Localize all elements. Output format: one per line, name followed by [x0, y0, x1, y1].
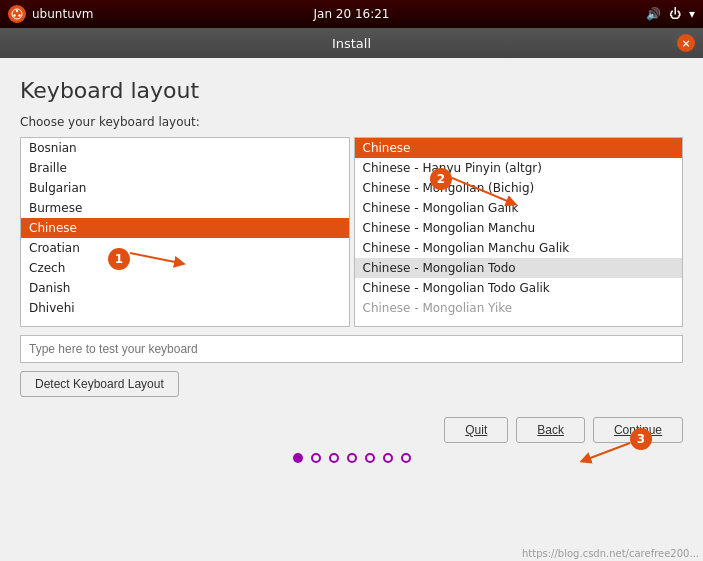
list-item-selected[interactable]: Chinese: [355, 138, 683, 158]
subtitle: Choose your keyboard layout:: [20, 115, 683, 129]
watermark: https://blog.csdn.net/carefree200...: [522, 548, 699, 559]
list-item[interactable]: Chinese - Mongolian Yike: [355, 298, 683, 318]
list-item[interactable]: Bosnian: [21, 138, 349, 158]
list-item[interactable]: Burmese: [21, 198, 349, 218]
progress-dot-2: [311, 453, 321, 463]
progress-dot-6: [383, 453, 393, 463]
keyboard-variant-list[interactable]: Chinese Chinese - Hanyu Pinyin (altgr) C…: [354, 137, 684, 327]
quit-button[interactable]: Quit: [444, 417, 508, 443]
taskbar: ubuntuvm Jan 20 16:21 🔊 ⏻ ▾: [0, 0, 703, 28]
list-item[interactable]: Chinese - Mongolian (Bichig): [355, 178, 683, 198]
keyboard-test-input[interactable]: [20, 335, 683, 363]
progress-dot-5: [365, 453, 375, 463]
list-item[interactable]: Danish: [21, 278, 349, 298]
taskbar-datetime: Jan 20 16:21: [314, 7, 390, 21]
taskbar-left: ubuntuvm: [8, 5, 94, 23]
window-content: Keyboard layout Choose your keyboard lay…: [0, 58, 703, 561]
menu-icon[interactable]: ▾: [689, 7, 695, 21]
power-icon[interactable]: ⏻: [669, 7, 681, 21]
taskbar-right: 🔊 ⏻ ▾: [646, 7, 695, 21]
svg-point-3: [18, 14, 20, 16]
svg-point-2: [13, 14, 15, 16]
list-item[interactable]: Czech: [21, 258, 349, 278]
progress-dots: [20, 453, 683, 463]
progress-dot-7: [401, 453, 411, 463]
continue-button[interactable]: Continue: [593, 417, 683, 443]
list-item[interactable]: Chinese - Mongolian Todo Galik: [355, 278, 683, 298]
bottom-navigation: Quit Back Continue: [20, 417, 683, 443]
list-item[interactable]: Braille: [21, 158, 349, 178]
list-item[interactable]: Chinese - Mongolian Manchu: [355, 218, 683, 238]
taskbar-app-name: ubuntuvm: [32, 7, 94, 21]
list-item-selected[interactable]: Chinese: [21, 218, 349, 238]
list-item[interactable]: Chinese - Hanyu Pinyin (altgr): [355, 158, 683, 178]
window-title: Install: [332, 36, 371, 51]
ubuntu-logo: [8, 5, 26, 23]
list-item[interactable]: Chinese - Mongolian Manchu Galik: [355, 238, 683, 258]
page-title: Keyboard layout: [20, 78, 683, 103]
back-button[interactable]: Back: [516, 417, 585, 443]
svg-point-1: [16, 10, 18, 12]
volume-icon[interactable]: 🔊: [646, 7, 661, 21]
detect-keyboard-layout-button[interactable]: Detect Keyboard Layout: [20, 371, 179, 397]
progress-dot-4: [347, 453, 357, 463]
window-close-button[interactable]: ×: [677, 34, 695, 52]
list-item[interactable]: Chinese - Mongolian Galik: [355, 198, 683, 218]
list-item[interactable]: Dhivehi: [21, 298, 349, 318]
list-item[interactable]: Croatian: [21, 238, 349, 258]
progress-dot-1: [293, 453, 303, 463]
window-titlebar: Install ×: [0, 28, 703, 58]
list-item[interactable]: Bulgarian: [21, 178, 349, 198]
progress-dot-3: [329, 453, 339, 463]
list-item-highlighted[interactable]: Chinese - Mongolian Todo: [355, 258, 683, 278]
lists-container: Bosnian Braille Bulgarian Burmese Chines…: [20, 137, 683, 327]
keyboard-language-list[interactable]: Bosnian Braille Bulgarian Burmese Chines…: [20, 137, 350, 327]
